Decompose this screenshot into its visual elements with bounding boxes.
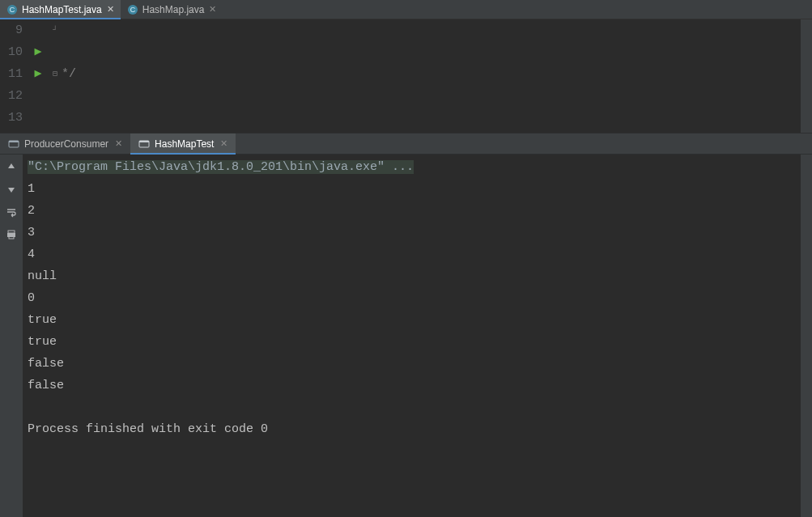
editor-tabs: C HashMapTest.java ✕ C HashMap.java ✕ (0, 0, 812, 19)
console-line: 3 (28, 222, 796, 244)
console-line: true (28, 309, 796, 331)
console-line: 2 (28, 200, 796, 222)
java-class-icon: C (6, 4, 18, 15)
console-line: 1 (28, 178, 796, 200)
code-line: */ (62, 63, 801, 85)
close-icon[interactable]: ✕ (115, 138, 122, 149)
close-icon[interactable]: ✕ (107, 4, 114, 15)
line-number-gutter: 9 10 11 12 13 (0, 19, 28, 133)
ide-window: C HashMapTest.java ✕ C HashMap.java ✕ 9 … (0, 0, 812, 517)
svg-text:C: C (10, 6, 15, 14)
console-output[interactable]: "C:\Program Files\Java\jdk1.8.0_201\bin\… (23, 155, 801, 517)
svg-rect-10 (9, 236, 14, 239)
line-number: 11 (0, 63, 23, 85)
close-icon[interactable]: ✕ (209, 4, 216, 15)
fold-toggle-icon[interactable]: ⊟ (49, 63, 62, 85)
console-line: Process finished with exit code 0 (28, 418, 796, 440)
svg-rect-8 (8, 231, 15, 233)
console-line: false (28, 375, 796, 396)
console-line (28, 440, 796, 462)
svg-rect-5 (9, 141, 19, 142)
line-number: 10 (0, 41, 23, 63)
code-line: public class HashMapTest { (62, 129, 801, 133)
editor-tab-label: HashMapTest.java (22, 4, 102, 15)
run-config-icon (8, 138, 19, 150)
run-marker-gutter: ▶ ▶ (28, 19, 49, 133)
svg-rect-7 (139, 141, 149, 142)
run-tab-producerconsumer[interactable]: ProducerConsumer ✕ (0, 133, 130, 154)
console-scrollbar[interactable] (801, 155, 812, 517)
line-number: 12 (0, 85, 23, 107)
editor-tab-hashmap[interactable]: C HashMap.java ✕ (121, 0, 223, 19)
soft-wrap-icon[interactable] (4, 205, 19, 219)
console-line: 4 (28, 244, 796, 265)
close-icon[interactable]: ✕ (220, 138, 227, 149)
print-icon[interactable] (4, 227, 19, 242)
console-line: false (28, 353, 796, 375)
fold-end-icon[interactable]: ┘ (49, 19, 62, 41)
console-line: true (28, 331, 796, 353)
run-tool-window: "C:\Program Files\Java\jdk1.8.0_201\bin\… (0, 155, 812, 517)
console-line (28, 396, 796, 418)
fold-gutter: ┘ ⊟ (49, 19, 62, 133)
scroll-to-bottom-icon[interactable] (4, 182, 19, 197)
run-tab-label: HashMapTest (155, 138, 214, 150)
editor-tab-hashmaptest[interactable]: C HashMapTest.java ✕ (0, 0, 121, 19)
editor-tab-label: HashMap.java (142, 4, 205, 15)
run-tab-hashmaptest[interactable]: HashMapTest ✕ (130, 133, 236, 154)
run-gutter-icon[interactable]: ▶ (28, 63, 49, 85)
run-tab-label: ProducerConsumer (24, 138, 108, 150)
line-number: 13 (0, 107, 23, 129)
line-number: 9 (0, 19, 23, 41)
console-line: 0 (28, 287, 796, 309)
scroll-to-top-icon[interactable] (4, 159, 19, 174)
code-area[interactable]: */ public class HashMapTest { public sta… (62, 19, 801, 133)
run-side-toolbar (0, 155, 23, 517)
java-class-icon: C (127, 4, 138, 15)
console-command-line: "C:\Program Files\Java\jdk1.8.0_201\bin\… (28, 156, 796, 178)
svg-text:C: C (130, 6, 135, 14)
code-editor[interactable]: 9 10 11 12 13 ▶ ▶ ┘ ⊟ */ public class Ha… (0, 19, 812, 133)
run-config-icon (138, 138, 150, 150)
run-gutter-icon[interactable]: ▶ (28, 41, 49, 63)
run-tabs: ProducerConsumer ✕ HashMapTest ✕ (0, 133, 812, 155)
console-line: null (28, 265, 796, 287)
editor-scrollbar[interactable] (801, 19, 812, 133)
comment-token: */ (62, 67, 76, 81)
